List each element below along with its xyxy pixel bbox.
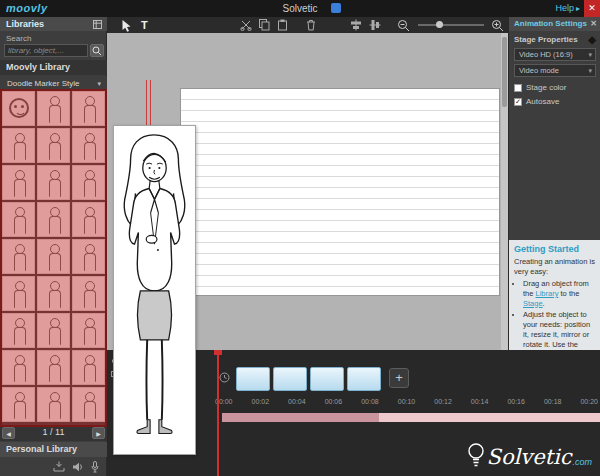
panel-close-icon[interactable]: ✕ (590, 17, 597, 31)
scrollbar-thumb[interactable] (502, 37, 507, 107)
chevron-down-icon: ▾ (97, 76, 101, 91)
align-horizontal-icon[interactable] (350, 19, 362, 31)
library-thumbnail[interactable] (72, 276, 105, 311)
close-button[interactable]: ✕ (584, 0, 600, 17)
properties-diamond-icon[interactable]: ◆ (588, 34, 596, 45)
time-tick: 00:06 (325, 398, 343, 405)
vertical-scrollbar[interactable] (501, 33, 508, 350)
video-mode-dropdown[interactable]: Video mode ▾ (514, 64, 596, 77)
moovly-library-section[interactable]: Moovly Library (0, 60, 107, 75)
time-tick: 00:16 (507, 398, 525, 405)
video-format-dropdown[interactable]: Video HD (16:9) ▾ (514, 48, 596, 61)
timeline-clip[interactable] (236, 367, 270, 391)
stage-link[interactable]: Stage (523, 299, 543, 308)
getting-started-body: Creating an animation is very easy: Drag… (514, 257, 596, 350)
select-tool-icon[interactable] (121, 19, 132, 32)
character-doodle (73, 314, 104, 347)
stage-color-swatch[interactable] (514, 84, 522, 92)
video-format-value: Video HD (16:9) (519, 50, 573, 59)
personal-library-section[interactable]: Personal Library (0, 442, 107, 457)
library-thumbnail[interactable] (2, 276, 35, 311)
character-doodle (73, 129, 104, 162)
library-thumbnail-smiley[interactable] (2, 91, 35, 126)
getting-started-intro: Creating an animation is very easy: (514, 257, 595, 276)
getting-started-title: Getting Started (514, 244, 596, 254)
zoom-in-icon[interactable] (491, 19, 504, 32)
library-thumbnail[interactable] (2, 202, 35, 237)
stage-color-row: Stage color (514, 83, 566, 92)
library-link[interactable]: Library (536, 289, 559, 298)
next-page-button[interactable]: ▶ (92, 427, 105, 439)
library-thumbnail[interactable] (2, 239, 35, 274)
text-tool[interactable]: T (141, 18, 148, 32)
library-thumbnail[interactable] (37, 313, 70, 348)
library-thumbnail[interactable] (37, 239, 70, 274)
search-label: Search (6, 34, 31, 43)
character-doodle (73, 240, 104, 273)
library-thumbnail[interactable] (37, 165, 70, 200)
animation-settings-panel: Animation Settings ✕ Stage Properties ◆ … (508, 17, 600, 350)
library-thumbnail[interactable] (37, 128, 70, 163)
library-thumbnail[interactable] (37, 387, 70, 422)
add-clip-button[interactable]: + (389, 368, 409, 388)
watermark-tld: .com (572, 457, 592, 468)
character-doodle (3, 314, 34, 347)
zoom-slider[interactable] (418, 19, 484, 31)
zoom-out-icon[interactable] (397, 19, 410, 32)
style-dropdown-value: Doodle Marker Style (7, 79, 79, 88)
import-icon[interactable] (53, 461, 65, 472)
time-tick: 00:10 (398, 398, 416, 405)
speaker-icon[interactable] (72, 462, 84, 472)
step1-text: . (543, 299, 545, 308)
library-thumbnail[interactable] (72, 165, 105, 200)
cut-icon[interactable] (240, 19, 252, 31)
character-doodle (73, 351, 104, 384)
library-thumbnail[interactable] (72, 239, 105, 274)
library-thumbnail[interactable] (72, 313, 105, 348)
chevron-down-icon: ▾ (588, 49, 592, 61)
library-thumbnail[interactable] (2, 387, 35, 422)
search-input[interactable] (4, 44, 88, 57)
panel-grid-icon[interactable] (93, 20, 102, 29)
library-thumbnail[interactable] (72, 91, 105, 126)
stage-toolbar: T (107, 17, 508, 33)
character-doodle (38, 388, 69, 421)
titlebar: moovly Solvetic Help▸ ✕ (0, 0, 600, 17)
align-vertical-icon[interactable] (369, 19, 381, 31)
paste-icon[interactable] (277, 19, 288, 31)
time-tick: 00:08 (361, 398, 379, 405)
character-doodle (73, 388, 104, 421)
stage-object-woman-doodle[interactable] (113, 125, 196, 455)
microphone-icon[interactable] (91, 461, 99, 473)
library-thumbnail[interactable] (72, 202, 105, 237)
zoom-slider-knob[interactable] (436, 21, 443, 28)
playhead-line[interactable] (217, 352, 219, 476)
library-thumbnail[interactable] (2, 350, 35, 385)
library-thumbnail[interactable] (2, 165, 35, 200)
library-thumbnail[interactable] (37, 202, 70, 237)
library-thumbnail[interactable] (2, 313, 35, 348)
copy-icon[interactable] (259, 19, 270, 31)
search-button[interactable] (90, 44, 104, 57)
timeline-clip[interactable] (310, 367, 344, 391)
library-thumbnail[interactable] (72, 350, 105, 385)
library-thumbnail[interactable] (72, 387, 105, 422)
library-thumbnail[interactable] (37, 91, 70, 126)
library-thumbnail[interactable] (37, 350, 70, 385)
smiley-doodle (9, 98, 29, 118)
timeline-clip[interactable] (347, 367, 381, 391)
character-doodle (38, 166, 69, 199)
help-button[interactable]: Help▸ (555, 3, 580, 13)
library-thumbnail[interactable] (37, 276, 70, 311)
style-dropdown[interactable]: Doodle Marker Style ▾ (0, 76, 107, 91)
timeline-filled-range[interactable] (222, 413, 379, 422)
stage[interactable] (180, 88, 500, 296)
time-tick: 00:18 (544, 398, 562, 405)
library-thumbnail[interactable] (72, 128, 105, 163)
delete-icon[interactable] (306, 19, 316, 31)
watermark: Solvetic .com (466, 442, 592, 468)
timeline-clip[interactable] (273, 367, 307, 391)
autosave-checkbox[interactable]: ✓ (514, 98, 522, 106)
library-thumbnail[interactable] (2, 128, 35, 163)
clock-icon[interactable] (219, 372, 230, 383)
